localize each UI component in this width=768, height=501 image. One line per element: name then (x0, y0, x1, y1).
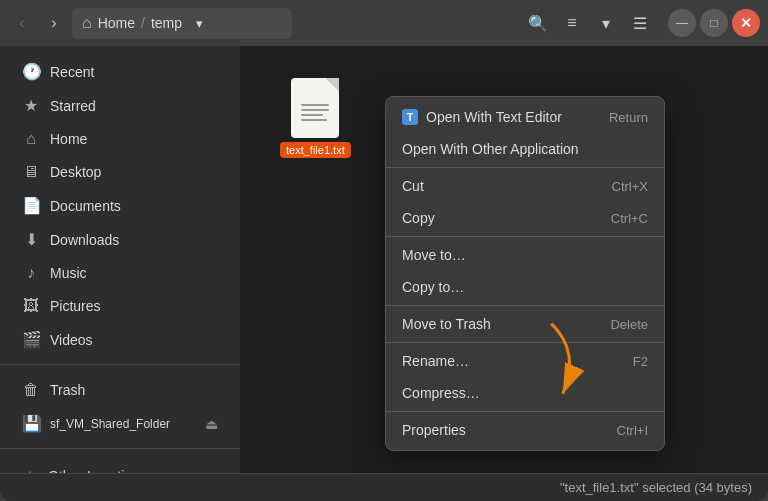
sidebar-label-trash: Trash (50, 382, 85, 398)
eject-icon[interactable]: ⏏ (205, 416, 218, 432)
file-icon-lines (293, 88, 337, 129)
context-separator-1 (386, 167, 664, 168)
sidebar-item-other-locations[interactable]: ＋ Other Locations (6, 458, 234, 473)
properties-left: Properties (402, 422, 466, 438)
window-controls: — □ ✕ (668, 9, 760, 37)
sidebar-label-home: Home (50, 131, 87, 147)
sidebar-item-trash[interactable]: 🗑 Trash (6, 374, 234, 406)
context-menu-cut[interactable]: Cut Ctrl+X (386, 170, 664, 202)
breadcrumb: ⌂ Home / temp ▾ (72, 8, 292, 39)
file-line-1 (301, 104, 329, 106)
status-text: "text_file1.txt" selected (34 bytes) (560, 480, 752, 495)
context-menu-move-to[interactable]: Move to… (386, 239, 664, 271)
copy-to-left: Copy to… (402, 279, 464, 295)
desktop-icon: 🖥 (22, 163, 40, 181)
forward-button[interactable]: › (40, 9, 68, 37)
open-other-left: Open With Other Application (402, 141, 579, 157)
starred-icon: ★ (22, 96, 40, 115)
context-menu-copy[interactable]: Copy Ctrl+C (386, 202, 664, 234)
rename-left: Rename… (402, 353, 469, 369)
context-menu-open-other[interactable]: Open With Other Application (386, 133, 664, 165)
open-text-editor-left: T Open With Text Editor (402, 109, 562, 125)
context-menu-copy-to[interactable]: Copy to… (386, 271, 664, 303)
sidebar-label-downloads: Downloads (50, 232, 119, 248)
file-area: text_file1.txt T Open With Text Editor R… (240, 46, 768, 473)
move-to-left: Move to… (402, 247, 466, 263)
sidebar-item-recent[interactable]: 🕐 Recent (6, 55, 234, 88)
view-options-button[interactable]: ▾ (590, 7, 622, 39)
sidebar-label-desktop: Desktop (50, 164, 101, 180)
context-separator-5 (386, 411, 664, 412)
sidebar-label-starred: Starred (50, 98, 96, 114)
move-to-trash-left: Move to Trash (402, 316, 491, 332)
context-menu-copy-to-label: Copy to… (402, 279, 464, 295)
sidebar-item-music[interactable]: ♪ Music (6, 257, 234, 289)
context-menu-rename-shortcut: F2 (633, 354, 648, 369)
context-menu-properties-shortcut: Ctrl+I (617, 423, 648, 438)
downloads-icon: ⬇ (22, 230, 40, 249)
sidebar-label-pictures: Pictures (50, 298, 101, 314)
titlebar-actions: 🔍 ≡ ▾ ☰ (522, 7, 656, 39)
recent-icon: 🕐 (22, 62, 40, 81)
file-line-3 (301, 114, 323, 116)
sidebar-label-documents: Documents (50, 198, 121, 214)
documents-icon: 📄 (22, 196, 40, 215)
search-icon: 🔍 (528, 14, 548, 33)
sidebar-item-documents[interactable]: 📄 Documents (6, 189, 234, 222)
sidebar-item-pictures[interactable]: 🖼 Pictures (6, 290, 234, 322)
sidebar-item-downloads[interactable]: ⬇ Downloads (6, 223, 234, 256)
maximize-button[interactable]: □ (700, 9, 728, 37)
other-locations-icon: ＋ (22, 465, 38, 473)
context-menu-move-to-trash[interactable]: Move to Trash Delete (386, 308, 664, 340)
sidebar-item-home[interactable]: ⌂ Home (6, 123, 234, 155)
context-menu-properties-label: Properties (402, 422, 466, 438)
sidebar-label-videos: Videos (50, 332, 93, 348)
back-button[interactable]: ‹ (8, 9, 36, 37)
statusbar: "text_file1.txt" selected (34 bytes) (0, 473, 768, 501)
breadcrumb-dropdown-button[interactable]: ▾ (188, 12, 211, 35)
sidebar-item-sf-vm[interactable]: 💾 sf_VM_Shared_Folder ⏏ (6, 407, 234, 440)
cut-left: Cut (402, 178, 424, 194)
videos-icon: 🎬 (22, 330, 40, 349)
context-menu-open-text-editor[interactable]: T Open With Text Editor Return (386, 101, 664, 133)
context-menu-compress-label: Compress… (402, 385, 480, 401)
context-separator-3 (386, 305, 664, 306)
sidebar-section-trash: 🗑 Trash 💾 sf_VM_Shared_Folder ⏏ (0, 364, 240, 440)
breadcrumb-folder-label[interactable]: temp (151, 15, 182, 31)
copy-left: Copy (402, 210, 435, 226)
main-content: 🕐 Recent ★ Starred ⌂ Home 🖥 Desktop 📄 Do… (0, 46, 768, 473)
file-label: text_file1.txt (280, 142, 351, 158)
context-menu-cut-label: Cut (402, 178, 424, 194)
list-view-button[interactable]: ≡ (556, 7, 588, 39)
home-icon: ⌂ (82, 14, 92, 32)
titlebar: ‹ › ⌂ Home / temp ▾ 🔍 ≡ ▾ ☰ (0, 0, 768, 46)
file-line-2 (301, 109, 329, 111)
minimize-button[interactable]: — (668, 9, 696, 37)
view-options-chevron-icon: ▾ (602, 14, 610, 33)
file-icon-container[interactable]: text_file1.txt (280, 78, 351, 158)
home-sidebar-icon: ⌂ (22, 130, 40, 148)
other-locations-section: ＋ Other Locations (0, 448, 240, 473)
search-button[interactable]: 🔍 (522, 7, 554, 39)
sidebar-item-videos[interactable]: 🎬 Videos (6, 323, 234, 356)
context-menu-properties[interactable]: Properties Ctrl+I (386, 414, 664, 446)
breadcrumb-separator: / (141, 15, 145, 31)
sidebar-label-music: Music (50, 265, 87, 281)
context-menu-copy-shortcut: Ctrl+C (611, 211, 648, 226)
menu-button[interactable]: ☰ (624, 7, 656, 39)
sidebar-label-recent: Recent (50, 64, 94, 80)
close-button[interactable]: ✕ (732, 9, 760, 37)
trash-icon: 🗑 (22, 381, 40, 399)
breadcrumb-home-label[interactable]: Home (98, 15, 135, 31)
sidebar-item-starred[interactable]: ★ Starred (6, 89, 234, 122)
hamburger-icon: ☰ (633, 14, 647, 33)
context-separator-4 (386, 342, 664, 343)
sidebar-item-desktop[interactable]: 🖥 Desktop (6, 156, 234, 188)
network-drive-icon: 💾 (22, 414, 40, 433)
context-menu-cut-shortcut: Ctrl+X (612, 179, 648, 194)
context-menu-copy-label: Copy (402, 210, 435, 226)
file-line-4 (301, 119, 327, 121)
context-menu-open-text-editor-label: Open With Text Editor (426, 109, 562, 125)
context-menu-move-to-label: Move to… (402, 247, 466, 263)
context-menu-open-text-editor-shortcut: Return (609, 110, 648, 125)
